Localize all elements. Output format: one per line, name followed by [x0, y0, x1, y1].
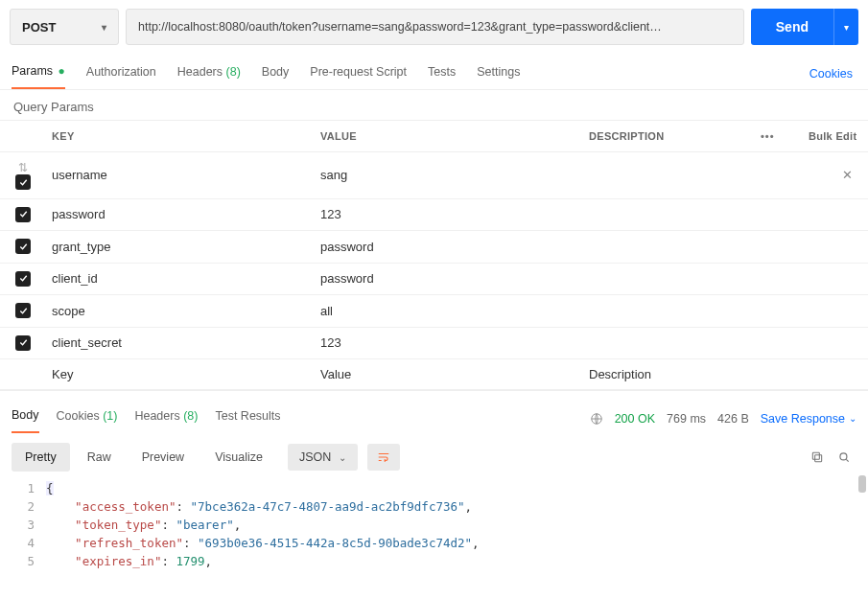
- tab-headers-label: Headers: [177, 65, 223, 79]
- save-response-label: Save Response: [761, 412, 845, 426]
- param-key-cell[interactable]: client_secret: [42, 327, 311, 359]
- svg-rect-1: [815, 455, 822, 462]
- request-tabs: Params ● Authorization Headers (8) Body …: [0, 53, 868, 90]
- table-row[interactable]: ⇅ usernamesang✕: [0, 152, 868, 199]
- param-desc-cell[interactable]: [579, 263, 868, 295]
- ellipsis-icon: •••: [761, 130, 775, 142]
- send-button-group: Send ▾: [751, 9, 858, 45]
- search-icon[interactable]: [837, 450, 851, 465]
- tab-headers-count: (8): [226, 65, 241, 79]
- response-tabs: Body Cookies (1) Headers (8) Test Result…: [0, 390, 868, 433]
- view-pretty-button[interactable]: Pretty: [12, 443, 70, 472]
- param-desc-cell[interactable]: [579, 198, 868, 231]
- table-row[interactable]: client_secret123: [0, 327, 868, 359]
- globe-icon[interactable]: [590, 412, 603, 426]
- line-number-gutter: 12345: [0, 479, 46, 570]
- param-value-cell[interactable]: sang: [311, 152, 579, 199]
- param-value-cell[interactable]: all: [311, 295, 579, 328]
- wrap-lines-button[interactable]: [367, 444, 400, 472]
- send-dropdown-button[interactable]: ▾: [833, 9, 858, 45]
- view-raw-button[interactable]: Raw: [74, 443, 125, 472]
- param-key-cell[interactable]: client_id: [42, 263, 311, 295]
- param-key-cell[interactable]: scope: [42, 295, 311, 328]
- response-body-code: { "access_token": "7bce362a-47c7-4807-aa…: [46, 479, 868, 570]
- http-method-select[interactable]: POST ▾: [10, 9, 119, 45]
- format-select-value: JSON: [299, 450, 331, 464]
- table-row[interactable]: grant_typepassword: [0, 231, 868, 264]
- tab-params-label: Params: [12, 64, 53, 78]
- tab-response-cookies-label: Cookies: [57, 409, 100, 423]
- chevron-down-icon: ▾: [844, 22, 849, 33]
- table-row[interactable]: password123: [0, 198, 868, 231]
- params-active-dot-icon: ●: [59, 64, 65, 78]
- col-more-button[interactable]: •••: [751, 121, 799, 152]
- url-value: http://localhost:8080/oauth/token?userna…: [138, 20, 662, 34]
- row-checkbox[interactable]: [15, 303, 31, 318]
- tab-response-cookies[interactable]: Cookies (1): [57, 405, 118, 432]
- param-value-cell[interactable]: 123: [311, 198, 579, 231]
- new-value-input[interactable]: Value: [311, 359, 579, 390]
- row-checkbox[interactable]: [15, 239, 31, 254]
- status-time: 769 ms: [667, 412, 706, 426]
- param-value-cell[interactable]: 123: [311, 327, 579, 359]
- http-method-value: POST: [22, 20, 56, 35]
- response-body-toolbar: Pretty Raw Preview Visualize JSON ⌄: [0, 433, 868, 472]
- new-key-input[interactable]: Key: [42, 359, 311, 390]
- query-params-heading: Query Params: [0, 90, 868, 120]
- chevron-down-icon: ⌄: [849, 413, 856, 424]
- close-icon[interactable]: ✕: [842, 168, 853, 182]
- copy-icon[interactable]: [810, 450, 824, 465]
- param-key-cell[interactable]: grant_type: [42, 231, 311, 264]
- tab-params[interactable]: Params ●: [12, 58, 65, 89]
- param-value-cell[interactable]: password: [311, 231, 579, 264]
- tab-response-headers-label: Headers: [134, 409, 179, 423]
- tab-settings[interactable]: Settings: [477, 59, 520, 88]
- new-desc-input[interactable]: Description: [579, 359, 868, 390]
- tab-body[interactable]: Body: [262, 59, 290, 88]
- col-value: VALUE: [311, 121, 579, 152]
- param-key-cell[interactable]: password: [42, 198, 311, 231]
- bulk-edit-button[interactable]: Bulk Edit: [799, 121, 868, 152]
- table-row-new[interactable]: Key Value Description: [0, 359, 868, 390]
- save-response-button[interactable]: Save Response ⌄: [761, 412, 856, 426]
- tab-authorization[interactable]: Authorization: [86, 59, 156, 88]
- tab-response-body[interactable]: Body: [12, 404, 39, 433]
- param-desc-cell[interactable]: [579, 327, 868, 359]
- col-key: KEY: [42, 121, 311, 152]
- param-desc-cell[interactable]: [579, 231, 868, 264]
- url-input[interactable]: http://localhost:8080/oauth/token?userna…: [126, 9, 744, 45]
- drag-handle-icon[interactable]: ⇅: [18, 161, 28, 174]
- row-checkbox[interactable]: [15, 174, 31, 190]
- query-params-table: KEY VALUE DESCRIPTION ••• Bulk Edit ⇅ us…: [0, 120, 868, 390]
- status-code: 200 OK: [615, 412, 655, 426]
- row-checkbox[interactable]: [15, 207, 31, 222]
- svg-rect-2: [812, 453, 819, 460]
- table-row[interactable]: client_idpassword: [0, 263, 868, 295]
- view-visualize-button[interactable]: Visualize: [201, 443, 276, 472]
- cookies-link[interactable]: Cookies: [809, 67, 856, 81]
- param-desc-cell[interactable]: [579, 295, 868, 328]
- tab-tests[interactable]: Tests: [428, 59, 456, 88]
- param-value-cell[interactable]: password: [311, 263, 579, 295]
- row-checkbox[interactable]: [15, 271, 31, 287]
- tab-test-results[interactable]: Test Results: [215, 405, 280, 432]
- chevron-down-icon: ⌄: [339, 452, 346, 463]
- status-size: 426 B: [717, 412, 749, 426]
- response-body-editor[interactable]: 12345 { "access_token": "7bce362a-47c7-4…: [0, 472, 868, 570]
- tab-prerequest[interactable]: Pre-request Script: [310, 59, 407, 88]
- tab-response-headers[interactable]: Headers (8): [134, 405, 198, 432]
- row-checkbox[interactable]: [15, 335, 31, 351]
- send-button[interactable]: Send: [751, 9, 833, 45]
- col-description: DESCRIPTION: [579, 121, 751, 152]
- format-select[interactable]: JSON ⌄: [288, 444, 358, 471]
- view-preview-button[interactable]: Preview: [129, 443, 198, 472]
- scrollbar-thumb[interactable]: [858, 475, 866, 493]
- tab-response-headers-count: (8): [183, 409, 198, 423]
- send-button-label: Send: [776, 19, 809, 35]
- param-key-cell[interactable]: username: [42, 152, 311, 199]
- tab-response-cookies-count: (1): [103, 409, 117, 423]
- param-desc-cell[interactable]: ✕: [579, 152, 868, 199]
- chevron-down-icon: ▾: [102, 22, 106, 33]
- tab-headers[interactable]: Headers (8): [177, 59, 241, 88]
- table-row[interactable]: scopeall: [0, 295, 868, 328]
